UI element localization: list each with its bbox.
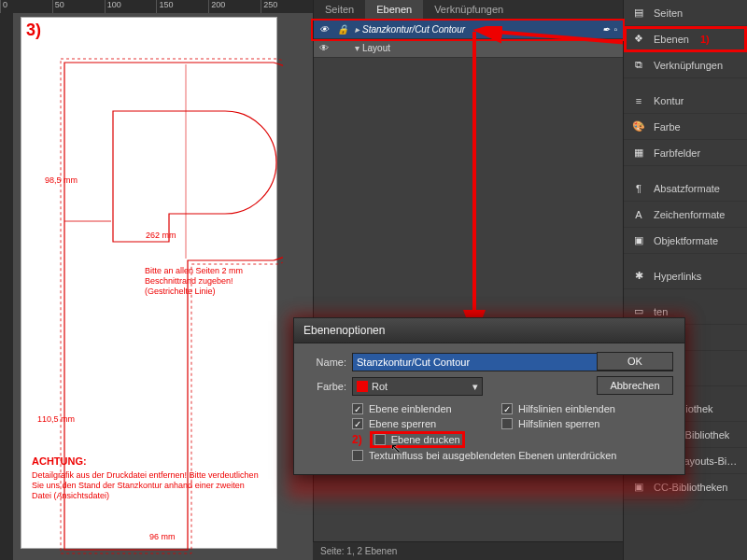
annotation-step-3: 3) [26, 21, 41, 40]
stroke-icon: ≡ [631, 93, 646, 108]
sidebar-item-verknuepfungen[interactable]: ⧉Verknüpfungen [624, 52, 747, 78]
ruler-vertical [0, 13, 13, 560]
annotation-step-1: 1) [700, 34, 710, 45]
layer-row-layout[interactable]: 👁 ▾ Layout [314, 39, 623, 58]
sidebar-item-farbfelder[interactable]: ▦Farbfelder [624, 140, 747, 166]
annotation-step-2: 2) [352, 433, 362, 446]
checkbox-show-layer[interactable]: Ebene einblenden [352, 403, 501, 414]
bleed-note: Bitte an allen Seiten 2 mm Beschnittrand… [145, 266, 266, 296]
layer-name: Layout [362, 43, 390, 53]
character-styles-icon: A [631, 207, 646, 222]
checkbox-show-guides[interactable]: Hilfslinien einblenden [501, 403, 688, 414]
links-icon: ⧉ [631, 58, 646, 73]
paragraph-styles-icon: ¶ [631, 181, 646, 196]
color-label: Farbe: [305, 381, 346, 392]
hyperlinks-icon: ✱ [631, 269, 646, 284]
tab-seiten[interactable]: Seiten [314, 0, 365, 20]
checkbox-textwrap[interactable]: Textumfluss bei ausgeblendeten Ebenen un… [352, 450, 688, 461]
swatches-icon: ▦ [631, 146, 646, 161]
sidebar-item-ebenen[interactable]: ❖Ebenen1) [624, 26, 747, 52]
checkbox-print-layer[interactable]: 2) Ebene drucken [352, 433, 501, 446]
lock-icon[interactable]: 🔒 [334, 24, 351, 35]
dimension-extra: 110,5 mm [37, 414, 75, 424]
color-swatch-icon [357, 381, 368, 392]
warning-text: ACHTUNG: Detailgrafik aus der Druckdatei… [32, 455, 265, 502]
sidebar-item-zeichenformate[interactable]: AZeichenformate [624, 202, 747, 228]
dimension-bottom: 96 mm [149, 532, 176, 541]
pen-icon[interactable]: ✒ [602, 24, 610, 35]
layer-options-dialog: Ebenenoptionen Name: Farbe: Rot ▾ OK Abb… [293, 317, 685, 475]
disclosure-triangle-icon[interactable]: ▸ [351, 24, 362, 35]
sidebar-item-seiten[interactable]: ▤Seiten [624, 0, 747, 26]
disclosure-triangle-icon[interactable]: ▾ [351, 43, 362, 53]
visibility-icon[interactable]: 👁 [314, 43, 334, 53]
color-icon: 🎨 [631, 119, 646, 134]
layer-row-stanzkontur[interactable]: 👁 🔒 ▸ Stanzkontur/Cut Contour ✒ ▫ [314, 21, 623, 39]
document-canvas: 050100 150200250 3) 98,5 mm 262 mm Bitte… [0, 0, 313, 560]
dropdown-icon: ▾ [472, 381, 478, 393]
checkbox-lock-guides[interactable]: Hilfslinien sperren [501, 418, 688, 429]
sidebar-item-absatzformate[interactable]: ¶Absatzformate [624, 175, 747, 202]
ok-button[interactable]: OK [597, 352, 673, 371]
panel-tabs: Seiten Ebenen Verknüpfungen [314, 0, 623, 21]
layer-color-select[interactable]: Rot ▾ [352, 377, 483, 396]
square-icon[interactable]: ▫ [613, 24, 617, 35]
ruler-horizontal: 050100 150200250 [0, 0, 313, 13]
checkbox-lock-layer[interactable]: Ebene sperren [352, 418, 501, 429]
tab-verknuepfungen[interactable]: Verknüpfungen [423, 0, 514, 20]
tab-ebenen[interactable]: Ebenen [365, 0, 423, 20]
cancel-button[interactable]: Abbrechen [597, 376, 673, 395]
dialog-title: Ebenenoptionen [294, 318, 684, 343]
dimension-height: 262 mm [146, 231, 176, 240]
layer-name: Stanzkontur/Cut Contour [362, 24, 465, 35]
pages-icon: ▤ [631, 6, 646, 21]
layers-icon: ❖ [631, 32, 646, 47]
dimension-top: 98,5 mm [45, 175, 78, 185]
visibility-icon[interactable]: 👁 [314, 24, 334, 35]
panel-status: Seite: 1, 2 Ebenen [313, 541, 623, 560]
sidebar-item-objektformate[interactable]: ▣Objektformate [624, 228, 747, 254]
object-styles-icon: ▣ [631, 233, 646, 248]
sidebar-item-kontur[interactable]: ≡Kontur [624, 88, 747, 114]
sidebar-item-hyperlinks[interactable]: ✱Hyperlinks [624, 263, 747, 289]
sidebar-item-farbe[interactable]: 🎨Farbe [624, 114, 747, 140]
name-label: Name: [305, 357, 346, 368]
